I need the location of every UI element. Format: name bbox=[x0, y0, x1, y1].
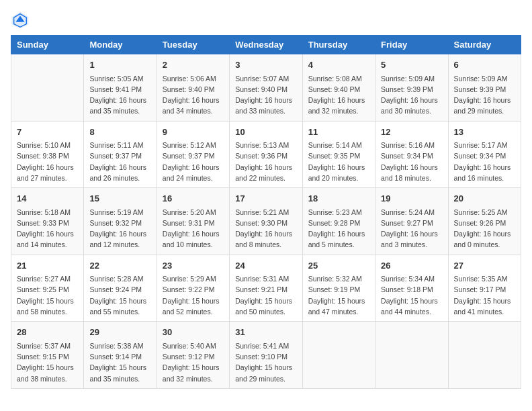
header-day-monday: Monday bbox=[84, 36, 157, 54]
calendar-cell: 31Sunrise: 5:41 AM Sunset: 9:10 PM Dayli… bbox=[230, 322, 302, 389]
calendar-week-row: 14Sunrise: 5:18 AM Sunset: 9:33 PM Dayli… bbox=[11, 188, 521, 255]
calendar-cell: 18Sunrise: 5:23 AM Sunset: 9:28 PM Dayli… bbox=[302, 188, 375, 255]
calendar-cell: 27Sunrise: 5:35 AM Sunset: 9:17 PM Dayli… bbox=[448, 255, 521, 322]
calendar-cell: 16Sunrise: 5:20 AM Sunset: 9:31 PM Dayli… bbox=[157, 188, 229, 255]
day-info: Sunrise: 5:24 AM Sunset: 9:27 PM Dayligh… bbox=[381, 207, 442, 250]
calendar-cell: 7Sunrise: 5:10 AM Sunset: 9:38 PM Daylig… bbox=[11, 121, 84, 188]
day-info: Sunrise: 5:14 AM Sunset: 9:35 PM Dayligh… bbox=[308, 140, 369, 183]
day-info: Sunrise: 5:37 AM Sunset: 9:15 PM Dayligh… bbox=[17, 340, 78, 384]
calendar-cell: 2Sunrise: 5:06 AM Sunset: 9:40 PM Daylig… bbox=[157, 54, 229, 122]
header-day-thursday: Thursday bbox=[302, 36, 375, 54]
calendar-cell bbox=[11, 54, 84, 122]
calendar-cell: 30Sunrise: 5:40 AM Sunset: 9:12 PM Dayli… bbox=[157, 322, 229, 389]
calendar-cell: 15Sunrise: 5:19 AM Sunset: 9:32 PM Dayli… bbox=[84, 188, 157, 255]
day-number: 2 bbox=[163, 58, 224, 72]
day-number: 17 bbox=[235, 192, 296, 205]
calendar-cell: 4Sunrise: 5:08 AM Sunset: 9:40 PM Daylig… bbox=[302, 54, 375, 122]
header-day-wednesday: Wednesday bbox=[230, 36, 302, 54]
day-number: 8 bbox=[89, 126, 150, 139]
day-info: Sunrise: 5:09 AM Sunset: 9:39 PM Dayligh… bbox=[381, 73, 442, 117]
calendar-cell: 20Sunrise: 5:25 AM Sunset: 9:26 PM Dayli… bbox=[448, 188, 521, 255]
calendar-cell: 1Sunrise: 5:05 AM Sunset: 9:41 PM Daylig… bbox=[84, 54, 157, 122]
calendar-table: SundayMondayTuesdayWednesdayThursdayFrid… bbox=[11, 35, 521, 389]
day-number: 28 bbox=[17, 326, 78, 339]
day-info: Sunrise: 5:31 AM Sunset: 9:21 PM Dayligh… bbox=[235, 273, 296, 317]
day-info: Sunrise: 5:23 AM Sunset: 9:28 PM Dayligh… bbox=[308, 207, 369, 250]
header-day-sunday: Sunday bbox=[11, 36, 84, 54]
day-info: Sunrise: 5:17 AM Sunset: 9:34 PM Dayligh… bbox=[454, 140, 515, 183]
day-number: 30 bbox=[163, 326, 224, 339]
day-number: 5 bbox=[381, 58, 442, 72]
calendar-cell: 28Sunrise: 5:37 AM Sunset: 9:15 PM Dayli… bbox=[11, 322, 84, 389]
day-info: Sunrise: 5:27 AM Sunset: 9:25 PM Dayligh… bbox=[17, 273, 78, 317]
header-day-friday: Friday bbox=[375, 36, 448, 54]
calendar-cell bbox=[448, 322, 521, 389]
day-number: 1 bbox=[89, 58, 150, 72]
calendar-cell bbox=[375, 322, 448, 389]
calendar-cell: 13Sunrise: 5:17 AM Sunset: 9:34 PM Dayli… bbox=[448, 121, 521, 188]
day-info: Sunrise: 5:08 AM Sunset: 9:40 PM Dayligh… bbox=[308, 73, 369, 117]
day-number: 23 bbox=[163, 259, 224, 273]
day-number: 25 bbox=[308, 259, 369, 273]
day-number: 26 bbox=[381, 259, 442, 273]
day-info: Sunrise: 5:10 AM Sunset: 9:38 PM Dayligh… bbox=[17, 140, 78, 183]
day-number: 11 bbox=[308, 126, 369, 139]
day-info: Sunrise: 5:06 AM Sunset: 9:40 PM Dayligh… bbox=[163, 73, 224, 117]
day-number: 14 bbox=[17, 192, 78, 205]
day-number: 27 bbox=[454, 259, 515, 273]
day-info: Sunrise: 5:13 AM Sunset: 9:36 PM Dayligh… bbox=[235, 140, 296, 183]
day-info: Sunrise: 5:40 AM Sunset: 9:12 PM Dayligh… bbox=[163, 340, 224, 384]
calendar-week-row: 28Sunrise: 5:37 AM Sunset: 9:15 PM Dayli… bbox=[11, 322, 521, 389]
day-number: 13 bbox=[454, 126, 515, 139]
day-info: Sunrise: 5:41 AM Sunset: 9:10 PM Dayligh… bbox=[235, 340, 296, 384]
day-number: 15 bbox=[89, 192, 150, 205]
day-info: Sunrise: 5:32 AM Sunset: 9:19 PM Dayligh… bbox=[308, 273, 369, 317]
day-info: Sunrise: 5:29 AM Sunset: 9:22 PM Dayligh… bbox=[163, 273, 224, 317]
calendar-cell: 25Sunrise: 5:32 AM Sunset: 9:19 PM Dayli… bbox=[302, 255, 375, 322]
day-number: 7 bbox=[17, 126, 78, 139]
calendar-week-row: 7Sunrise: 5:10 AM Sunset: 9:38 PM Daylig… bbox=[11, 121, 521, 188]
calendar-header-row: SundayMondayTuesdayWednesdayThursdayFrid… bbox=[11, 36, 521, 54]
calendar-cell: 23Sunrise: 5:29 AM Sunset: 9:22 PM Dayli… bbox=[157, 255, 229, 322]
calendar-cell: 8Sunrise: 5:11 AM Sunset: 9:37 PM Daylig… bbox=[84, 121, 157, 188]
day-number: 22 bbox=[89, 259, 150, 273]
day-number: 6 bbox=[454, 58, 515, 72]
day-number: 20 bbox=[454, 192, 515, 205]
day-number: 31 bbox=[235, 326, 296, 339]
calendar-cell: 24Sunrise: 5:31 AM Sunset: 9:21 PM Dayli… bbox=[230, 255, 302, 322]
calendar-cell: 5Sunrise: 5:09 AM Sunset: 9:39 PM Daylig… bbox=[375, 54, 448, 122]
calendar-cell: 3Sunrise: 5:07 AM Sunset: 9:40 PM Daylig… bbox=[230, 54, 302, 122]
day-info: Sunrise: 5:21 AM Sunset: 9:30 PM Dayligh… bbox=[235, 207, 296, 250]
calendar-cell: 9Sunrise: 5:12 AM Sunset: 9:37 PM Daylig… bbox=[157, 121, 229, 188]
header-day-tuesday: Tuesday bbox=[157, 36, 229, 54]
calendar-cell: 19Sunrise: 5:24 AM Sunset: 9:27 PM Dayli… bbox=[375, 188, 448, 255]
calendar-cell: 29Sunrise: 5:38 AM Sunset: 9:14 PM Dayli… bbox=[84, 322, 157, 389]
logo-icon bbox=[11, 11, 30, 30]
day-info: Sunrise: 5:16 AM Sunset: 9:34 PM Dayligh… bbox=[381, 140, 442, 183]
calendar-cell: 6Sunrise: 5:09 AM Sunset: 9:39 PM Daylig… bbox=[448, 54, 521, 122]
day-number: 29 bbox=[89, 326, 150, 339]
day-info: Sunrise: 5:09 AM Sunset: 9:39 PM Dayligh… bbox=[454, 73, 515, 117]
day-number: 18 bbox=[308, 192, 369, 205]
day-info: Sunrise: 5:11 AM Sunset: 9:37 PM Dayligh… bbox=[89, 140, 150, 183]
calendar-cell bbox=[302, 322, 375, 389]
day-info: Sunrise: 5:25 AM Sunset: 9:26 PM Dayligh… bbox=[454, 207, 515, 250]
day-info: Sunrise: 5:28 AM Sunset: 9:24 PM Dayligh… bbox=[89, 273, 150, 317]
day-info: Sunrise: 5:34 AM Sunset: 9:18 PM Dayligh… bbox=[381, 273, 442, 317]
calendar-cell: 22Sunrise: 5:28 AM Sunset: 9:24 PM Dayli… bbox=[84, 255, 157, 322]
day-number: 16 bbox=[163, 192, 224, 205]
day-number: 9 bbox=[163, 126, 224, 139]
day-info: Sunrise: 5:18 AM Sunset: 9:33 PM Dayligh… bbox=[17, 207, 78, 250]
day-info: Sunrise: 5:12 AM Sunset: 9:37 PM Dayligh… bbox=[163, 140, 224, 183]
calendar-cell: 26Sunrise: 5:34 AM Sunset: 9:18 PM Dayli… bbox=[375, 255, 448, 322]
calendar-cell: 14Sunrise: 5:18 AM Sunset: 9:33 PM Dayli… bbox=[11, 188, 84, 255]
day-info: Sunrise: 5:05 AM Sunset: 9:41 PM Dayligh… bbox=[89, 73, 150, 117]
day-number: 12 bbox=[381, 126, 442, 139]
day-number: 21 bbox=[17, 259, 78, 273]
calendar-cell: 12Sunrise: 5:16 AM Sunset: 9:34 PM Dayli… bbox=[375, 121, 448, 188]
day-number: 24 bbox=[235, 259, 296, 273]
calendar-cell: 11Sunrise: 5:14 AM Sunset: 9:35 PM Dayli… bbox=[302, 121, 375, 188]
header-day-saturday: Saturday bbox=[448, 36, 521, 54]
page-header bbox=[11, 11, 521, 30]
day-number: 3 bbox=[235, 58, 296, 72]
